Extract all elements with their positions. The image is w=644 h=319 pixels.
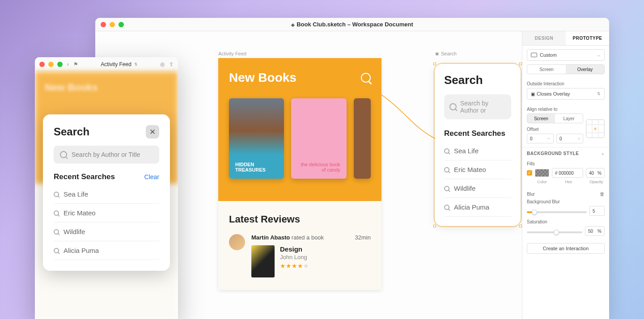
preview-window: ‹ ⚑ Activity Feed⇅ ◎ ⇪ New Books Search … <box>35 57 178 319</box>
recent-item: Alicia Puma <box>444 198 511 217</box>
artboard-label[interactable]: ▣Search <box>435 51 457 56</box>
device-select[interactable]: Custom⌄ <box>527 49 605 61</box>
search-icon <box>444 186 449 191</box>
background-style-header[interactable]: BACKGROUND STYLE⌄ <box>522 147 609 158</box>
traffic-lights <box>101 22 124 27</box>
search-icon <box>54 192 59 197</box>
monitor-icon <box>531 53 537 57</box>
saturation-label: Saturation <box>527 219 605 224</box>
outside-interaction-select[interactable]: ▣Closes Overlay⇅ <box>527 88 605 100</box>
search-title: Search <box>444 73 511 87</box>
offset-x-input[interactable]: 0↔ <box>527 134 554 143</box>
fill-checkbox[interactable]: ✓ <box>527 170 532 176</box>
saturation-slider[interactable] <box>527 231 582 233</box>
tab-design[interactable]: DESIGN <box>522 31 566 45</box>
blur-label: Blur <box>527 192 535 197</box>
recent-item: Wildlife <box>444 179 511 198</box>
target-icon[interactable]: ◎ <box>160 61 165 67</box>
artboard-search-overlay[interactable]: Search Search by Author or Recent Search… <box>435 64 520 226</box>
minimize-window-button[interactable] <box>48 62 54 67</box>
titlebar: ◆Book Club.sketch – Workspace Document <box>95 18 609 31</box>
artboard-activity-feed[interactable]: New Books HIDDEN TREASURES the delicious… <box>218 58 381 290</box>
maximize-window-button[interactable] <box>119 22 124 27</box>
recent-item[interactable]: Sea Life <box>54 185 159 204</box>
search-icon <box>54 210 59 216</box>
selection-handle[interactable] <box>519 63 522 65</box>
search-icon <box>54 229 59 235</box>
window-title: ◆Book Club.sketch – Workspace Document <box>291 21 413 28</box>
review-item: Martín Abasto rated a book32min Design J… <box>229 234 371 277</box>
outside-interaction-label: Outside Interaction <box>527 81 605 86</box>
document-icon: ◆ <box>291 22 295 27</box>
overlay-title: Search <box>54 126 89 138</box>
recent-item[interactable]: Wildlife <box>54 222 159 241</box>
chevron-down-icon: ⌄ <box>601 151 605 156</box>
fills-label: Fills <box>527 161 605 166</box>
new-books-heading: New Books <box>229 71 297 85</box>
saturation-value-input[interactable]: 50% <box>585 226 605 236</box>
align-label: Align relative to <box>527 107 605 112</box>
align-grid[interactable]: + <box>586 119 605 138</box>
prototype-connector <box>377 92 435 141</box>
close-button[interactable]: ✕ <box>146 125 159 139</box>
blur-value-input[interactable]: 5 <box>589 206 605 216</box>
search-icon <box>444 205 449 210</box>
book-cover: HIDDEN TREASURES <box>229 98 284 179</box>
search-icon <box>60 151 67 158</box>
overlay-icon: ▣ <box>435 51 439 56</box>
book-cover <box>354 98 371 179</box>
preview-toolbar: ‹ ⚑ Activity Feed⇅ ◎ ⇪ <box>35 57 178 71</box>
selection-handle[interactable] <box>519 225 522 227</box>
artboard-label[interactable]: Activity Feed <box>218 51 246 56</box>
offset-label: Offset <box>527 127 583 132</box>
maximize-window-button[interactable] <box>57 62 63 67</box>
blurred-heading: New Books <box>45 82 98 93</box>
avatar <box>229 234 245 250</box>
recent-item: Eric Mateo <box>444 160 511 179</box>
hex-input[interactable]: # 000000 <box>552 168 583 178</box>
selection-handle[interactable] <box>433 63 436 65</box>
search-overlay: Search ✕ Search by Author or Title Recen… <box>43 114 170 271</box>
reviews-heading: Latest Reviews <box>229 214 371 225</box>
align-center[interactable]: + <box>592 125 598 133</box>
flag-icon[interactable]: ⚑ <box>73 61 78 67</box>
recent-item[interactable]: Alicia Puma <box>54 241 159 260</box>
chevron-updown-icon: ⇅ <box>597 92 601 96</box>
book-cover: the delicious book of candy <box>291 98 346 179</box>
search-icon <box>361 73 371 83</box>
search-icon <box>54 248 59 253</box>
close-window-button[interactable] <box>101 22 106 27</box>
offset-y-input[interactable]: 0↕ <box>556 134 583 143</box>
recent-searches-heading: Recent Searches <box>444 129 511 138</box>
close-window-button[interactable] <box>39 62 45 67</box>
inspector-panel: DESIGN PROTOTYPE Custom⌄ Screen Overlay … <box>522 31 609 319</box>
recent-item: Sea Life <box>444 142 511 160</box>
back-button[interactable]: ‹ <box>67 61 69 67</box>
bg-blur-label: Background Blur <box>527 199 605 204</box>
align-toggle[interactable]: Screen Layer <box>527 113 583 123</box>
recent-item[interactable]: Eric Mateo <box>54 204 159 222</box>
close-icon: ✕ <box>149 127 156 137</box>
create-interaction-button[interactable]: Create an Interaction <box>527 243 605 254</box>
artboard-select[interactable]: Activity Feed⇅ <box>83 61 156 67</box>
tab-prototype[interactable]: PROTOTYPE <box>566 31 609 45</box>
minimize-window-button[interactable] <box>110 22 115 27</box>
hotspot-handle[interactable] <box>376 90 379 94</box>
trash-icon[interactable]: 🗑 <box>600 191 605 197</box>
color-swatch[interactable] <box>535 169 549 177</box>
opacity-input[interactable]: 40% <box>586 168 605 178</box>
share-icon[interactable]: ⇪ <box>169 61 174 67</box>
blur-slider[interactable] <box>527 211 587 213</box>
search-input[interactable]: Search by Author or Title <box>54 146 159 164</box>
star-rating: ★★★★★ <box>280 262 309 269</box>
chevron-down-icon: ⌄ <box>597 53 601 57</box>
clear-link[interactable]: Clear <box>144 173 159 180</box>
search-input: Search by Author or <box>444 94 511 119</box>
close-overlay-icon: ▣ <box>531 92 535 97</box>
screen-overlay-toggle[interactable]: Screen Overlay <box>527 64 605 74</box>
search-icon <box>449 103 457 110</box>
search-icon <box>444 148 449 154</box>
book-thumbnail <box>251 245 275 277</box>
selection-handle[interactable] <box>433 225 436 227</box>
recent-searches-heading: Recent Searches <box>54 172 115 181</box>
